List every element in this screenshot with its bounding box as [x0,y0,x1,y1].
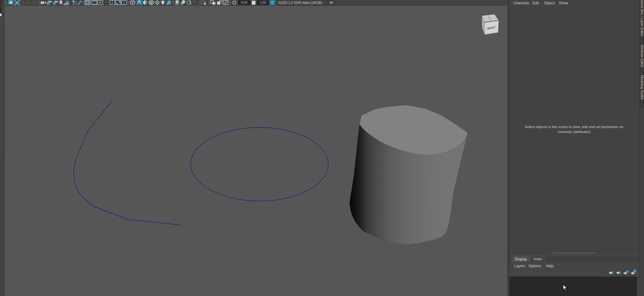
svg-text:A: A [10,1,12,4]
svg-text:0.00: 0.00 [241,1,247,4]
svg-text:ON: ON [271,2,274,4]
svg-text:1.00: 1.00 [260,1,266,4]
svg-text:ACES 1.0 SDR-video (sRGB): ACES 1.0 SDR-video (sRGB) [278,1,322,5]
svg-text:T: T [123,1,125,5]
